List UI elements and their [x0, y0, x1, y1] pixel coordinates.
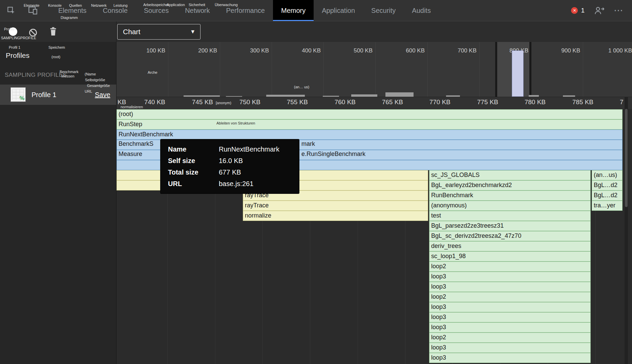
flame-bar[interactable]: rayTrace: [243, 201, 428, 211]
translation-overlay: Konsole: [48, 3, 62, 7]
translation-overlay: Profile: [4, 27, 15, 31]
flame-bar[interactable]: loop3: [429, 282, 591, 292]
overview-ruler-label: 200 KB: [166, 47, 217, 54]
translation-overlay: Messen: [61, 74, 75, 78]
overview-usage-spike: [512, 50, 524, 97]
overview-ruler-label: 400 KB: [270, 47, 321, 54]
flame-bar[interactable]: loop3: [429, 302, 591, 312]
overview-usage-bar: [529, 95, 539, 97]
detail-ruler-label: 765 KB: [349, 98, 403, 106]
overview-ruler-label: 100 KB: [114, 47, 165, 54]
flame-bar-label-fragment: Measure: [119, 151, 142, 158]
overview-usage-bar: [226, 96, 242, 97]
detail-ruler-label: 785 KB: [539, 98, 593, 106]
flame-bar[interactable]: loop2: [429, 292, 591, 302]
translation-overlay: SAMPLINGPROFILE: [1, 36, 36, 40]
flame-bar-label-fragment: e.RunSingleBenchmark: [301, 151, 365, 158]
flame-bar[interactable]: loop3: [429, 322, 591, 333]
tooltip-row: Self size16.0 KB: [168, 155, 292, 166]
flame-bar[interactable]: BgL…d2: [592, 180, 623, 190]
tooltip-row: Total size677 KB: [168, 166, 292, 178]
translation-overlay: Profil 1: [9, 45, 20, 49]
detail-ruler-label: 760 KB: [301, 98, 356, 106]
overview-ruler-label: 300 KB: [218, 47, 269, 54]
translation-overlay: Leistung: [113, 3, 128, 7]
tooltip-label: URL: [168, 178, 219, 189]
overview-usage-bar: [385, 92, 414, 97]
translation-overlay: Gesamtgröße: [87, 84, 110, 88]
translation-overlay: Diagramm: [61, 16, 78, 20]
overview-ruler-label: 700 KB: [426, 47, 477, 54]
flame-bar[interactable]: sc_JS_GLOBALS: [429, 170, 591, 180]
flame-bar[interactable]: (root): [117, 109, 623, 119]
detail-ruler-label: 750 KB: [206, 98, 260, 106]
translation-overlay: URL: [85, 89, 92, 93]
flame-bar[interactable]: BgL…d2: [592, 190, 623, 201]
translation-overlay: Netzwerk: [91, 3, 107, 7]
detail-ruler-label: 745 KB: [159, 98, 213, 106]
overview-usage-bar: [323, 96, 339, 97]
flame-bar[interactable]: RunStep: [117, 119, 623, 130]
flame-bar[interactable]: loop2: [429, 333, 591, 343]
detail-ruler-label-right-clip: 7: [620, 98, 630, 106]
selection-handle-left[interactable]: [495, 42, 497, 97]
flame-bar[interactable]: tra…yer: [592, 201, 623, 211]
flame-bar[interactable]: loop3: [429, 353, 591, 363]
tooltip-value: RunNextBenchmark: [219, 143, 292, 155]
selection-handle-right[interactable]: [529, 42, 531, 97]
flame-bar[interactable]: normalize: [243, 211, 428, 221]
tooltip-value: base.js:261: [219, 178, 292, 189]
tooltip-row: NameRunNextBenchmark: [168, 143, 292, 155]
overview-usage-bar: [446, 95, 460, 97]
overview-ruler-label: 1 000 KB: [581, 47, 632, 54]
overview-ruler-label: 600 KB: [374, 47, 425, 54]
overview-usage-bar: [266, 95, 305, 97]
flame-bar-label-fragment: mark: [301, 140, 315, 147]
tooltip-row: URLbase.js:261: [168, 178, 292, 189]
overview-usage-bar: [351, 94, 377, 97]
flame-bar[interactable]: BgL_parsezd2ze3treesz31: [429, 221, 591, 231]
flame-bar[interactable]: BgL_sc_derivzd2treesza2_47z70: [429, 231, 591, 241]
translation-overlay: Ableiten von Strukturen: [216, 121, 255, 125]
flame-bar[interactable]: loop3: [429, 312, 591, 322]
overview-ruler-label: 900 KB: [529, 47, 580, 54]
flame-bar[interactable]: loop3: [429, 272, 591, 282]
flame-bar[interactable]: (an…us): [592, 170, 623, 180]
flame-bar[interactable]: deriv_trees: [429, 241, 591, 251]
overview-ruler-label: 500 KB: [322, 47, 373, 54]
flame-bar-label-fragment: BenchmarkS: [119, 140, 153, 147]
translation-overlay: Application: [167, 3, 185, 7]
translation-overlay: Arche: [148, 70, 157, 74]
tooltip-label: Total size: [168, 166, 219, 178]
detail-ruler-label: 755 KB: [254, 98, 308, 106]
translation-overlay: (an… us): [294, 85, 309, 89]
tooltip-label: Name: [168, 143, 219, 155]
overview-usage-bar: [184, 95, 220, 97]
detail-ruler-label: 775 KB: [444, 98, 498, 106]
translation-overlay: Elemente: [24, 3, 39, 7]
tooltip-label: Self size: [168, 155, 219, 166]
translation-overlay: (Name: [85, 72, 96, 76]
translation-overlay: Überwachung: [215, 3, 238, 7]
translation-overlay: (root): [51, 55, 60, 59]
detail-ruler-label: 780 KB: [491, 98, 546, 106]
tooltip-value: 16.0 KB: [219, 155, 292, 166]
translation-overlay: Speichem: [48, 45, 65, 49]
flame-bar[interactable]: loop3: [429, 343, 591, 353]
flame-bar[interactable]: RunBenchmark: [429, 190, 591, 201]
flame-bar[interactable]: BgL_earleyzd2benchmarkzd2: [429, 180, 591, 190]
translation-overlay: normalisieren: [121, 105, 143, 109]
translation-overlay: Arbeitsspeicher: [143, 3, 169, 7]
flame-bar[interactable]: sc_loop1_98: [429, 251, 591, 261]
flame-bar[interactable]: loop2: [429, 261, 591, 272]
translation-overlay: Quellen: [69, 3, 82, 7]
translation-overlay: Sicherheit: [189, 3, 205, 7]
flame-bar[interactable]: (anonymous): [429, 201, 591, 211]
flame-bar[interactable]: test: [429, 211, 591, 221]
flame-bar[interactable]: RunNextBenchmark: [117, 130, 623, 140]
overview-usage-bar: [563, 95, 575, 97]
translation-overlay: [anonym): [216, 101, 231, 105]
translation-overlay: Selbstgröße: [85, 78, 105, 82]
detail-ruler-label: 770 KB: [396, 98, 450, 106]
chart-layer: 100 KB200 KB300 KB400 KB500 KB600 KB700 …: [0, 0, 632, 364]
